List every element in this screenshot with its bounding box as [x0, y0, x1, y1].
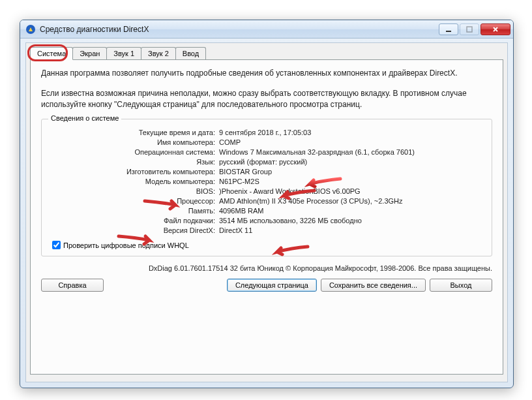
footer-copyright: DxDiag 6.01.7601.17514 32 бита Юникод © …	[41, 264, 492, 272]
label-memory: Память:	[52, 207, 215, 215]
minimize-button[interactable]	[439, 23, 458, 35]
description-2: Если известна возможная причина неполадк…	[41, 88, 492, 110]
tab-panel-system: Данная программа позволяет получить подр…	[30, 59, 503, 375]
window-title: Средство диагностики DirectX	[40, 25, 439, 34]
next-page-button[interactable]: Следующая страница	[227, 279, 317, 292]
label-computer-name: Имя компьютера:	[52, 138, 215, 146]
tab-strip: Система Экран Звук 1 Звук 2 Ввод	[26, 43, 507, 59]
fieldset-legend: Сведения о системе	[48, 114, 121, 122]
value-dxversion: DirectX 11	[219, 226, 481, 234]
label-language: Язык:	[52, 158, 215, 166]
client-area: Система Экран Звук 1 Звук 2 Ввод Данная …	[25, 42, 508, 382]
label-model: Модель компьютера:	[52, 177, 215, 185]
tab-sound1[interactable]: Звук 1	[106, 47, 141, 59]
svg-rect-2	[467, 27, 472, 32]
value-model: N61PC-M2S	[219, 177, 481, 185]
close-button[interactable]	[480, 23, 510, 35]
label-processor: Процессор:	[52, 197, 215, 205]
label-dxversion: Версия DirectX:	[52, 226, 215, 234]
label-os: Операционная система:	[52, 148, 215, 156]
system-info-group: Сведения о системе Текущие время и дата:…	[41, 119, 492, 256]
value-bios: )Phoenix - Award WorkstationBIOS v6.00PG	[219, 187, 481, 195]
value-memory: 4096MB RAM	[219, 207, 481, 215]
exit-button[interactable]: Выход	[430, 279, 492, 292]
label-pagefile: Файл подкачки:	[52, 217, 215, 224]
footer-buttons: Справка Следующая страница Сохранить все…	[41, 279, 492, 292]
save-all-button[interactable]: Сохранить все сведения...	[321, 279, 426, 292]
titlebar: Средство диагностики DirectX	[20, 20, 513, 38]
svg-rect-1	[446, 31, 451, 32]
label-bios: BIOS:	[52, 187, 215, 195]
window-controls	[439, 23, 510, 35]
tab-input[interactable]: Ввод	[175, 47, 206, 59]
whql-checkbox-row: Проверить цифровые подписи WHQL	[52, 241, 481, 249]
tab-sound2[interactable]: Звук 2	[141, 47, 176, 59]
dxdiag-window: Средство диагностики DirectX Система Экр…	[20, 20, 514, 388]
label-manufacturer: Изготовитель компьютера:	[52, 168, 215, 176]
label-datetime: Текущие время и дата:	[52, 129, 215, 136]
app-icon	[25, 24, 36, 35]
value-computer-name: COMP	[219, 138, 481, 146]
value-pagefile: 3514 МБ использовано, 3226 МБ свободно	[219, 217, 481, 224]
maximize-button	[460, 23, 479, 35]
whql-label: Проверить цифровые подписи WHQL	[63, 241, 189, 249]
description-1: Данная программа позволяет получить подр…	[41, 68, 492, 79]
value-datetime: 9 сентября 2018 г., 17:05:03	[219, 129, 481, 136]
whql-checkbox[interactable]	[52, 241, 61, 249]
value-manufacturer: BIOSTAR Group	[219, 168, 481, 176]
value-processor: AMD Athlon(tm) II X3 405e Processor (3 C…	[219, 197, 481, 205]
tab-system[interactable]: Система	[30, 47, 73, 60]
help-button[interactable]: Справка	[41, 279, 104, 292]
info-grid: Текущие время и дата: 9 сентября 2018 г.…	[52, 129, 481, 234]
value-os: Windows 7 Максимальная 32-разрядная (6.1…	[219, 148, 481, 156]
value-language: русский (формат: русский)	[219, 158, 481, 166]
tab-display[interactable]: Экран	[72, 47, 107, 59]
